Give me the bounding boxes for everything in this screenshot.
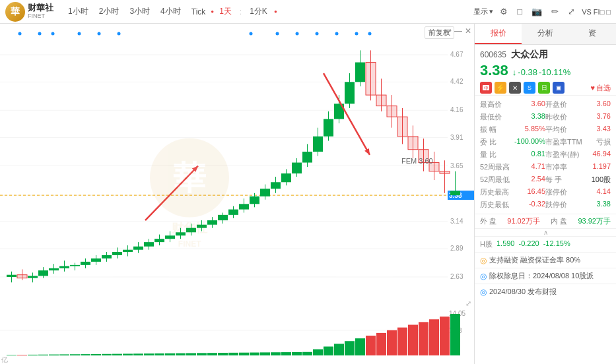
stat-52h-value: 4.71	[531, 162, 545, 172]
stat-hist-low-label: 历史最低	[480, 200, 509, 210]
stat-hist-high-label: 历史最高	[480, 187, 509, 197]
chart-close-icon[interactable]: ✕	[465, 26, 471, 36]
stat-hist-high: 历史最高 16.45	[480, 186, 545, 198]
stat-limit-down-value: 3.38	[597, 200, 611, 210]
stat-limit-up-value: 4.14	[597, 187, 611, 197]
price-change-pct: -10.11%	[539, 67, 570, 77]
stat-pb: 市净率 1.197	[545, 161, 611, 173]
vs-button[interactable]: VS FI□ □	[582, 8, 611, 16]
stat-52l-label: 52周最低	[480, 175, 510, 185]
chart-area: 華 财华社FINET 前复权 ↩ — ✕ ⤢	[0, 24, 474, 364]
info-icon-3: ◎	[480, 288, 487, 297]
timeframe-1h[interactable]: 1小时	[64, 5, 92, 18]
chevron-down-icon: ▾	[489, 7, 493, 16]
logo-icon: 華	[5, 2, 25, 22]
stat-pe-ttm-value: 亏损	[596, 137, 611, 147]
draw-icon[interactable]: ✏	[549, 5, 561, 18]
wai-nei-row: 外 盘 91.02万手 内 盘 93.92万手	[475, 214, 616, 228]
chart-minus-icon[interactable]: —	[454, 26, 462, 36]
chart-back-icon[interactable]: ↩	[445, 26, 452, 36]
camera-icon[interactable]: 📷	[529, 5, 545, 18]
expand-stats-btn[interactable]: ∧	[475, 228, 616, 236]
fullscreen-icon[interactable]: ⤢	[565, 5, 578, 18]
stat-pe-ttm: 市盈率TTM 亏损	[545, 136, 611, 148]
tab-more[interactable]: 资	[569, 24, 616, 44]
timeframe-tick[interactable]: Tick	[188, 6, 210, 18]
logo-en: FINET	[28, 13, 53, 20]
stat-pe-ttm-label: 市盈率TTM	[545, 137, 582, 147]
header-controls: 显示 ▾ ⚙ □ 📷 ✏ ⤢ VS FI□ □	[471, 5, 611, 18]
stat-52w-high: 52周最高 4.71	[480, 161, 545, 173]
tab-quote[interactable]: 报价	[475, 24, 522, 44]
fav-label: 自选	[596, 83, 611, 93]
logo-cn: 财華社	[28, 3, 53, 13]
favorite-button[interactable]: ♥ 自选	[590, 83, 611, 93]
stat-hist-high-value: 16.45	[527, 187, 545, 197]
timeframe-1d[interactable]: 1天	[215, 5, 236, 18]
action-flash-icon[interactable]: ⚡	[495, 82, 506, 94]
action-cn-icon[interactable]: 中	[480, 82, 492, 94]
stat-hist-low-value: -0.32	[529, 200, 545, 210]
stat-lot-size: 每 手 100股	[545, 173, 611, 186]
stat-open-price: 开盘价 3.60	[545, 98, 611, 111]
wai-pan-value: 91.02万手	[507, 216, 540, 226]
action-blue-icon[interactable]: ▣	[553, 82, 565, 94]
stat-lot-value: 100股	[592, 175, 611, 185]
info-row-3: ◎ 2024/08/30 发布财报	[475, 284, 616, 299]
h-stock-label: H股	[480, 239, 493, 249]
display-label: 显示	[473, 7, 488, 16]
stat-amplitude-value: 5.85%	[525, 125, 545, 135]
sep1: :	[240, 7, 242, 16]
stat-limit-up-label: 涨停价	[545, 187, 567, 197]
stat-max-price-label: 最高价	[480, 100, 502, 109]
stat-wei-label: 委 比	[480, 137, 496, 147]
action-calendar-icon[interactable]: 日	[538, 82, 550, 94]
h-stock-pct: -12.15%	[543, 239, 570, 249]
stock-code: 600635	[480, 50, 506, 59]
panel-tabs: 报价 分析 资	[475, 24, 616, 45]
stat-avg-price: 平均价 3.43	[545, 123, 611, 136]
action-x-icon[interactable]: ✕	[509, 82, 521, 94]
timeframe-3h[interactable]: 3小时	[125, 5, 154, 18]
info-text-1: 支持融资 融资保证金率 80%	[489, 255, 580, 265]
stat-pe-static-value: 46.94	[592, 150, 611, 160]
stat-prev-close: 昨收价 3.76	[545, 111, 611, 123]
stock-name: 大众公用	[511, 49, 548, 59]
expand-icon[interactable]: ⤢	[465, 299, 471, 308]
stat-avg-label: 平均价	[545, 125, 567, 135]
display-button[interactable]: 显示 ▾	[473, 7, 493, 16]
stat-min-label: 最低价	[480, 112, 502, 122]
tab-analysis[interactable]: 分析	[522, 24, 568, 44]
h-stock-price: 1.590	[496, 239, 515, 249]
info-row-2: ◎ 除权除息日：2024/08/08 10股派	[475, 268, 616, 284]
info-text-2: 除权除息日：2024/08/08 10股派	[489, 271, 594, 281]
stat-open-value: 3.60	[597, 100, 611, 109]
price-row: 3.38 ↓ -0.38 -10.11%	[480, 62, 611, 79]
stat-pb-label: 市净率	[545, 162, 567, 172]
info-icon-1: ◎	[480, 256, 487, 265]
stat-amplitude-label: 振 幅	[480, 125, 496, 135]
timeframe-4h[interactable]: 4小时	[156, 5, 185, 18]
stat-pe-static-label: 市盈率(静)	[545, 150, 579, 160]
stat-max-price: 最高价 3.60	[480, 98, 545, 111]
stat-vol-ratio-label: 量 比	[480, 150, 496, 160]
current-price: 3.38	[480, 62, 508, 79]
stat-pe-static: 市盈率(静) 46.94	[545, 148, 611, 161]
logo-text: 财華社 FINET	[28, 3, 53, 19]
stat-prev-close-label: 昨收价	[545, 112, 567, 122]
nei-pan-label: 内 盘	[551, 216, 567, 226]
heart-icon: ♥	[590, 84, 595, 92]
timeframe-2h[interactable]: 2小时	[95, 5, 123, 18]
layout-icon[interactable]: □	[514, 5, 525, 18]
stat-52w-low: 52周最低 2.54	[480, 173, 545, 186]
stat-max-price-value: 3.60	[531, 100, 545, 109]
info-row-1: ◎ 支持融资 融资保证金率 80%	[475, 252, 616, 268]
candlestick-chart	[0, 24, 474, 308]
h-stock-row: H股 1.590 -0.220 -12.15%	[475, 236, 616, 252]
action-s-icon[interactable]: S	[524, 82, 535, 94]
price-arrow: ↓	[512, 67, 517, 77]
timeframe-1mink[interactable]: 1分K	[246, 5, 271, 18]
info-icon-2: ◎	[480, 272, 487, 281]
settings-icon[interactable]: ⚙	[497, 5, 510, 18]
main-content: 華 财华社FINET 前复权 ↩ — ✕ ⤢ 报价 分析 资 600635 大众…	[0, 24, 616, 364]
